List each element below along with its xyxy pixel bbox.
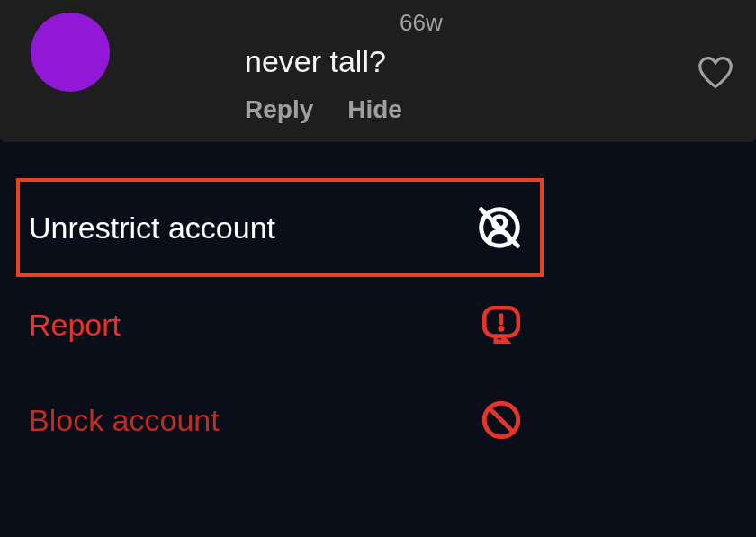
unrestrict-icon — [475, 203, 524, 252]
comment-text: never tall? — [245, 44, 738, 79]
unrestrict-label: Unrestrict account — [29, 210, 275, 246]
comment-timestamp: 66w — [400, 9, 738, 37]
hide-button[interactable]: Hide — [347, 95, 402, 124]
report-button[interactable]: Report — [16, 277, 544, 372]
comment-row: 66w never tall? Reply Hide — [0, 0, 756, 142]
block-icon — [479, 398, 524, 443]
unrestrict-account-button[interactable]: Unrestrict account — [16, 178, 544, 277]
avatar[interactable] — [31, 13, 110, 92]
svg-line-7 — [489, 407, 513, 432]
block-label: Block account — [29, 403, 220, 438]
reply-button[interactable]: Reply — [245, 95, 313, 124]
report-label: Report — [29, 308, 121, 343]
heart-icon — [697, 56, 734, 90]
like-button[interactable] — [697, 56, 734, 90]
block-account-button[interactable]: Block account — [16, 372, 544, 468]
svg-point-5 — [500, 327, 503, 330]
comment-actions: Reply Hide — [245, 95, 738, 124]
report-icon — [479, 302, 524, 347]
action-menu: Unrestrict account Report Block account — [16, 178, 544, 468]
comment-content: 66w never tall? Reply Hide — [135, 11, 738, 124]
